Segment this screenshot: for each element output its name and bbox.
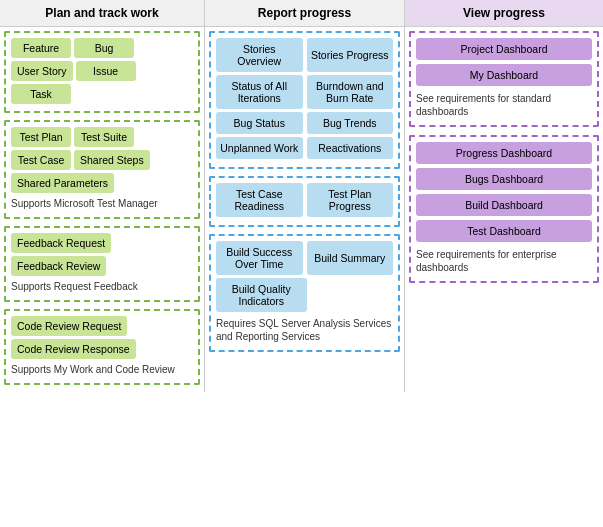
task-button[interactable]: Task [11,84,71,104]
plan-feedback-grid: Feedback Request Feedback Review [11,233,193,276]
plan-group-codereview: Code Review Request Code Review Response… [4,309,200,385]
test-plan-button[interactable]: Test Plan [11,127,71,147]
stories-progress-button[interactable]: Stories Progress [307,38,394,72]
plan-group-workitems: Feature Bug User Story Issue Task [4,31,200,113]
build-group-note: Requires SQL Server Analysis Services an… [216,315,393,345]
report-row2: Status of All Iterations Burndown and Bu… [216,75,393,109]
plan-group-test: Test Plan Test Suite Test Case Shared St… [4,120,200,219]
view-group2: Progress Dashboard Bugs Dashboard Build … [409,135,599,283]
feature-button[interactable]: Feature [11,38,71,58]
code-review-request-button[interactable]: Code Review Request [11,316,127,336]
report-group3: Build Success Over Time Build Summary Bu… [209,234,400,352]
build-quality-indicators-button[interactable]: Build Quality Indicators [216,278,307,312]
project-dashboard-button[interactable]: Project Dashboard [416,38,592,60]
report-build-row2: Build Quality Indicators [216,278,393,312]
body-row: Feature Bug User Story Issue Task Test P… [0,27,603,392]
test-case-readiness-button[interactable]: Test Case Readiness [216,183,303,217]
report-test-row: Test Case Readiness Test Plan Progress [216,183,393,217]
feedback-group-note: Supports Request Feedback [11,278,193,295]
plan-column: Feature Bug User Story Issue Task Test P… [0,27,205,392]
progress-dashboard-button[interactable]: Progress Dashboard [416,142,592,164]
test-suite-button[interactable]: Test Suite [74,127,134,147]
feedback-review-button[interactable]: Feedback Review [11,256,106,276]
test-dashboard-button[interactable]: Test Dashboard [416,220,592,242]
report-row4: Unplanned Work Reactivations [216,137,393,159]
stories-overview-button[interactable]: Stories Overview [216,38,303,72]
header-row: Plan and track work Report progress View… [0,0,603,27]
standard-dashboards-note: See requirements for standard dashboards [416,90,592,120]
feedback-request-button[interactable]: Feedback Request [11,233,111,253]
my-dashboard-button[interactable]: My Dashboard [416,64,592,86]
report-row3: Bug Status Bug Trends [216,112,393,134]
codereview-group-note: Supports My Work and Code Review [11,361,193,378]
plan-group-feedback: Feedback Request Feedback Review Support… [4,226,200,302]
reactivations-button[interactable]: Reactivations [307,137,394,159]
plan-codereview-grid: Code Review Request Code Review Response [11,316,193,359]
plan-test-grid: Test Plan Test Suite Test Case Shared St… [11,127,193,193]
report-group2: Test Case Readiness Test Plan Progress [209,176,400,227]
view-column: Project Dashboard My Dashboard See requi… [405,27,603,392]
code-review-response-button[interactable]: Code Review Response [11,339,136,359]
unplanned-work-button[interactable]: Unplanned Work [216,137,303,159]
burndown-burn-rate-button[interactable]: Burndown and Burn Rate [307,75,394,109]
header-view: View progress [405,0,603,26]
header-report: Report progress [205,0,405,26]
test-case-button[interactable]: Test Case [11,150,71,170]
bug-status-button[interactable]: Bug Status [216,112,303,134]
status-all-iterations-button[interactable]: Status of All Iterations [216,75,303,109]
enterprise-dashboards-note: See requirements for enterprise dashboar… [416,246,592,276]
user-story-button[interactable]: User Story [11,61,73,81]
bug-button[interactable]: Bug [74,38,134,58]
main-container: Plan and track work Report progress View… [0,0,603,392]
view-group1: Project Dashboard My Dashboard See requi… [409,31,599,127]
bugs-dashboard-button[interactable]: Bugs Dashboard [416,168,592,190]
report-row1: Stories Overview Stories Progress [216,38,393,72]
issue-button[interactable]: Issue [76,61,136,81]
report-build-row1: Build Success Over Time Build Summary [216,241,393,275]
build-summary-button[interactable]: Build Summary [307,241,394,275]
shared-steps-button[interactable]: Shared Steps [74,150,150,170]
bug-trends-button[interactable]: Bug Trends [307,112,394,134]
report-column: Stories Overview Stories Progress Status… [205,27,405,392]
shared-params-button[interactable]: Shared Parameters [11,173,114,193]
build-success-over-time-button[interactable]: Build Success Over Time [216,241,303,275]
plan-workitems-grid: Feature Bug User Story Issue Task [11,38,193,104]
test-group-note: Supports Microsoft Test Manager [11,195,193,212]
build-dashboard-button[interactable]: Build Dashboard [416,194,592,216]
report-group1: Stories Overview Stories Progress Status… [209,31,400,169]
test-plan-progress-button[interactable]: Test Plan Progress [307,183,394,217]
header-plan: Plan and track work [0,0,205,26]
